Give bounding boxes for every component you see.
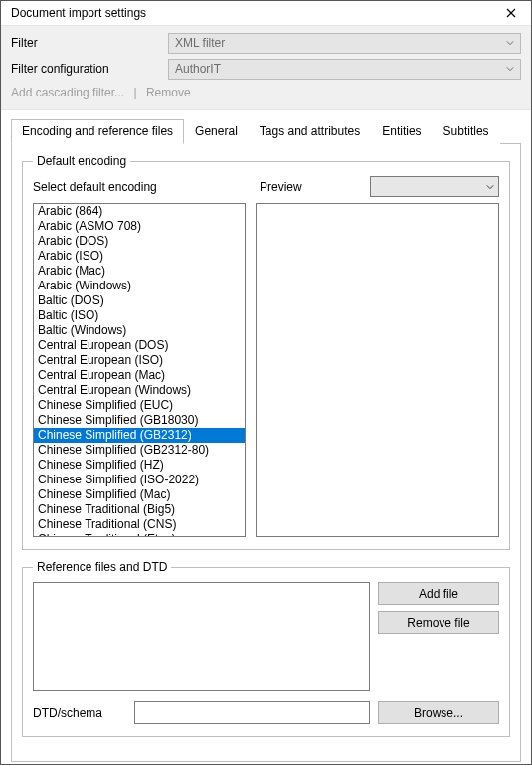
chevron-down-icon bbox=[486, 183, 494, 191]
filter-config-value: AuthorIT bbox=[175, 62, 221, 76]
tab-container: Encoding and reference files General Tag… bbox=[1, 110, 531, 762]
encoding-item[interactable]: Arabic (Mac) bbox=[34, 264, 245, 279]
default-encoding-legend: Default encoding bbox=[33, 154, 130, 168]
encoding-item[interactable]: Chinese Simplified (ISO-2022) bbox=[34, 473, 245, 487]
encoding-item[interactable]: Chinese Simplified (Mac) bbox=[34, 487, 245, 502]
preview-file-dropdown[interactable] bbox=[370, 176, 499, 197]
encoding-item[interactable]: Chinese Simplified (GB2312) bbox=[34, 428, 245, 443]
browse-button[interactable]: Browse... bbox=[378, 701, 499, 724]
remove-filter-link[interactable]: Remove bbox=[146, 86, 191, 99]
encoding-item[interactable]: Arabic (864) bbox=[34, 204, 245, 219]
default-encoding-group: Default encoding Select default encoding… bbox=[22, 154, 510, 550]
filter-value: XML filter bbox=[175, 36, 225, 50]
encoding-item[interactable]: Chinese Simplified (HZ) bbox=[34, 458, 245, 473]
tab-tags[interactable]: Tags and attributes bbox=[249, 119, 371, 144]
encoding-item[interactable]: Central European (Mac) bbox=[34, 368, 245, 383]
separator: | bbox=[133, 86, 136, 99]
preview-pane[interactable] bbox=[256, 203, 499, 537]
encoding-item[interactable]: Baltic (ISO) bbox=[34, 308, 245, 323]
chevron-down-icon bbox=[506, 39, 514, 47]
reference-files-group: Reference files and DTD Add file Remove … bbox=[22, 560, 510, 737]
dialog-window: Document import settings Filter XML filt… bbox=[0, 0, 532, 765]
encoding-body: Arabic (864)Arabic (ASMO 708)Arabic (DOS… bbox=[33, 203, 499, 537]
encoding-item[interactable]: Chinese Simplified (EUC) bbox=[34, 398, 245, 413]
dtd-schema-input[interactable] bbox=[134, 701, 370, 724]
encoding-item[interactable]: Chinese Traditional (Big5) bbox=[34, 502, 245, 517]
encoding-item[interactable]: Central European (ISO) bbox=[34, 353, 245, 368]
filter-dropdown[interactable]: XML filter bbox=[168, 33, 521, 54]
window-title: Document import settings bbox=[11, 6, 146, 20]
filter-area: Filter XML filter Filter configuration A… bbox=[1, 25, 531, 110]
tab-panel: Default encoding Select default encoding… bbox=[11, 144, 521, 762]
preview-label: Preview bbox=[256, 180, 370, 194]
encoding-item[interactable]: Central European (DOS) bbox=[34, 338, 245, 353]
encoding-item[interactable]: Central European (Windows) bbox=[34, 383, 245, 398]
add-file-button[interactable]: Add file bbox=[378, 582, 499, 605]
titlebar: Document import settings bbox=[1, 1, 531, 25]
tab-encoding[interactable]: Encoding and reference files bbox=[11, 119, 184, 144]
encoding-item[interactable]: Chinese Traditional (Eten) bbox=[34, 532, 245, 537]
reference-files-legend: Reference files and DTD bbox=[33, 560, 171, 574]
encoding-item[interactable]: Arabic (DOS) bbox=[34, 234, 245, 249]
filter-config-row: Filter configuration AuthorIT bbox=[11, 58, 521, 80]
encoding-item[interactable]: Arabic (ISO) bbox=[34, 249, 245, 264]
chevron-down-icon bbox=[506, 65, 514, 73]
tab-subtitles[interactable]: Subtitles bbox=[433, 119, 500, 144]
filter-config-dropdown[interactable]: AuthorIT bbox=[168, 59, 521, 80]
filter-config-label: Filter configuration bbox=[11, 62, 168, 76]
add-cascading-filter-link[interactable]: Add cascading filter... bbox=[11, 86, 124, 99]
encoding-header: Select default encoding Preview bbox=[33, 176, 499, 197]
reference-buttons: Add file Remove file bbox=[378, 582, 499, 691]
encoding-listbox[interactable]: Arabic (864)Arabic (ASMO 708)Arabic (DOS… bbox=[33, 203, 246, 537]
filter-label: Filter bbox=[11, 36, 168, 50]
close-button[interactable] bbox=[499, 1, 523, 25]
encoding-item[interactable]: Arabic (Windows) bbox=[34, 279, 245, 293]
encoding-item[interactable]: Baltic (Windows) bbox=[34, 323, 245, 338]
dtd-schema-label: DTD/schema bbox=[33, 706, 126, 720]
select-encoding-label: Select default encoding bbox=[33, 180, 256, 194]
reference-files-listbox[interactable] bbox=[33, 582, 370, 691]
encoding-item[interactable]: Baltic (DOS) bbox=[34, 293, 245, 308]
encoding-item[interactable]: Chinese Simplified (GB18030) bbox=[34, 413, 245, 428]
dtd-row: DTD/schema Browse... bbox=[33, 701, 499, 724]
filter-row: Filter XML filter bbox=[11, 32, 521, 54]
tabs: Encoding and reference files General Tag… bbox=[11, 118, 521, 144]
encoding-item[interactable]: Arabic (ASMO 708) bbox=[34, 219, 245, 234]
encoding-item[interactable]: Chinese Simplified (GB2312-80) bbox=[34, 443, 245, 458]
reference-body: Add file Remove file bbox=[33, 582, 499, 691]
close-icon bbox=[506, 8, 516, 18]
tab-general[interactable]: General bbox=[184, 119, 249, 144]
encoding-item[interactable]: Chinese Traditional (CNS) bbox=[34, 517, 245, 532]
tab-entities[interactable]: Entities bbox=[371, 119, 432, 144]
filter-links: Add cascading filter... | Remove bbox=[11, 86, 521, 99]
remove-file-button[interactable]: Remove file bbox=[378, 611, 499, 634]
